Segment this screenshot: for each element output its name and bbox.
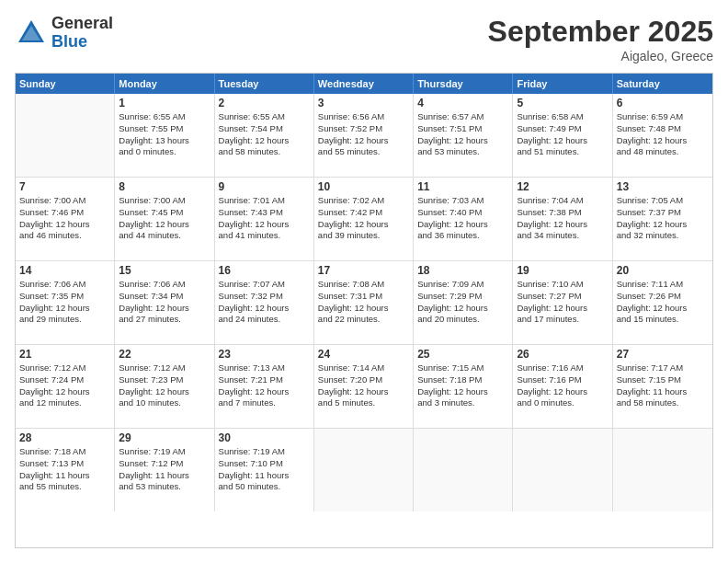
day-info: Sunrise: 7:05 AM Sunset: 7:37 PM Dayligh… [617,195,709,242]
calendar-cell: 28Sunrise: 7:18 AM Sunset: 7:13 PM Dayli… [16,429,115,511]
day-number: 20 [617,264,709,277]
logo-icon [15,17,48,50]
logo-blue: Blue [51,33,113,52]
calendar-week-3: 14Sunrise: 7:06 AM Sunset: 7:35 PM Dayli… [16,261,712,345]
day-number: 19 [517,264,608,277]
day-number: 11 [417,180,508,193]
day-number: 23 [219,348,310,361]
day-number: 16 [219,264,310,277]
day-number: 5 [517,97,608,109]
day-number: 18 [417,264,508,277]
day-number: 8 [119,180,210,193]
day-number: 3 [318,97,409,109]
calendar-cell: 14Sunrise: 7:06 AM Sunset: 7:35 PM Dayli… [16,261,115,344]
calendar-cell: 7Sunrise: 7:00 AM Sunset: 7:46 PM Daylig… [16,178,115,260]
day-info: Sunrise: 7:06 AM Sunset: 7:35 PM Dayligh… [19,279,110,326]
day-number: 22 [119,348,210,361]
day-info: Sunrise: 7:04 AM Sunset: 7:38 PM Dayligh… [517,195,608,242]
calendar-week-2: 7Sunrise: 7:00 AM Sunset: 7:46 PM Daylig… [16,178,712,261]
logo: General Blue [15,15,113,52]
day-number: 1 [119,97,210,109]
day-info: Sunrise: 7:13 AM Sunset: 7:21 PM Dayligh… [219,362,310,409]
page: General Blue September 2025 Aigaleo, Gre… [0,0,728,563]
day-info: Sunrise: 7:00 AM Sunset: 7:45 PM Dayligh… [119,195,210,242]
day-info: Sunrise: 6:55 AM Sunset: 7:54 PM Dayligh… [219,111,310,158]
day-info: Sunrise: 7:19 AM Sunset: 7:12 PM Dayligh… [119,446,210,493]
calendar-cell [314,429,414,511]
calendar-cell [16,94,115,177]
calendar-week-4: 21Sunrise: 7:12 AM Sunset: 7:24 PM Dayli… [16,345,712,429]
calendar-cell: 20Sunrise: 7:11 AM Sunset: 7:26 PM Dayli… [613,261,712,344]
calendar-body: 1Sunrise: 6:55 AM Sunset: 7:55 PM Daylig… [16,94,712,511]
calendar-cell: 12Sunrise: 7:04 AM Sunset: 7:38 PM Dayli… [513,178,612,260]
day-info: Sunrise: 6:58 AM Sunset: 7:49 PM Dayligh… [517,111,608,158]
day-info: Sunrise: 7:00 AM Sunset: 7:46 PM Dayligh… [19,195,110,242]
location: Aigaleo, Greece [488,49,713,63]
calendar-cell: 5Sunrise: 6:58 AM Sunset: 7:49 PM Daylig… [513,94,612,177]
day-info: Sunrise: 7:07 AM Sunset: 7:32 PM Dayligh… [219,279,310,326]
day-number: 21 [19,348,110,361]
calendar-cell [613,429,712,511]
day-info: Sunrise: 7:06 AM Sunset: 7:34 PM Dayligh… [119,279,210,326]
day-number: 12 [517,180,608,193]
header-day-sunday: Sunday [16,74,115,94]
day-info: Sunrise: 6:59 AM Sunset: 7:48 PM Dayligh… [617,111,709,158]
day-info: Sunrise: 7:09 AM Sunset: 7:29 PM Dayligh… [417,279,508,326]
calendar-header: SundayMondayTuesdayWednesdayThursdayFrid… [16,74,712,94]
header-day-friday: Friday [513,74,612,94]
day-number: 26 [517,348,608,361]
day-info: Sunrise: 7:19 AM Sunset: 7:10 PM Dayligh… [219,446,310,493]
calendar-cell: 21Sunrise: 7:12 AM Sunset: 7:24 PM Dayli… [16,345,115,428]
day-info: Sunrise: 7:12 AM Sunset: 7:23 PM Dayligh… [119,362,210,409]
day-info: Sunrise: 7:03 AM Sunset: 7:40 PM Dayligh… [417,195,508,242]
calendar-cell: 13Sunrise: 7:05 AM Sunset: 7:37 PM Dayli… [613,178,712,260]
day-number: 17 [318,264,409,277]
day-info: Sunrise: 6:57 AM Sunset: 7:51 PM Dayligh… [417,111,508,158]
month-title: September 2025 [488,15,713,49]
header-day-thursday: Thursday [414,74,513,94]
calendar-cell: 9Sunrise: 7:01 AM Sunset: 7:43 PM Daylig… [215,178,314,260]
day-info: Sunrise: 7:14 AM Sunset: 7:20 PM Dayligh… [318,362,409,409]
calendar: SundayMondayTuesdayWednesdayThursdayFrid… [15,73,713,548]
calendar-cell: 1Sunrise: 6:55 AM Sunset: 7:55 PM Daylig… [115,94,214,177]
calendar-cell: 19Sunrise: 7:10 AM Sunset: 7:27 PM Dayli… [513,261,612,344]
calendar-cell: 29Sunrise: 7:19 AM Sunset: 7:12 PM Dayli… [115,429,214,511]
day-info: Sunrise: 7:11 AM Sunset: 7:26 PM Dayligh… [617,279,709,326]
calendar-cell: 27Sunrise: 7:17 AM Sunset: 7:15 PM Dayli… [613,345,712,428]
day-info: Sunrise: 7:01 AM Sunset: 7:43 PM Dayligh… [219,195,310,242]
day-number: 24 [318,348,409,361]
calendar-cell [513,429,612,511]
calendar-cell: 18Sunrise: 7:09 AM Sunset: 7:29 PM Dayli… [414,261,513,344]
calendar-cell: 8Sunrise: 7:00 AM Sunset: 7:45 PM Daylig… [115,178,214,260]
header: General Blue September 2025 Aigaleo, Gre… [15,15,713,63]
day-number: 15 [119,264,210,277]
day-info: Sunrise: 7:18 AM Sunset: 7:13 PM Dayligh… [19,446,110,493]
title-block: September 2025 Aigaleo, Greece [488,15,713,63]
calendar-cell: 16Sunrise: 7:07 AM Sunset: 7:32 PM Dayli… [215,261,314,344]
day-number: 4 [417,97,508,109]
day-number: 9 [219,180,310,193]
calendar-cell [414,429,513,511]
calendar-cell: 17Sunrise: 7:08 AM Sunset: 7:31 PM Dayli… [314,261,414,344]
day-number: 13 [617,180,709,193]
day-number: 29 [119,431,210,444]
day-info: Sunrise: 7:02 AM Sunset: 7:42 PM Dayligh… [318,195,409,242]
day-info: Sunrise: 7:12 AM Sunset: 7:24 PM Dayligh… [19,362,110,409]
day-info: Sunrise: 7:16 AM Sunset: 7:16 PM Dayligh… [517,362,608,409]
day-number: 27 [617,348,709,361]
day-number: 6 [617,97,709,109]
day-info: Sunrise: 7:15 AM Sunset: 7:18 PM Dayligh… [417,362,508,409]
header-day-saturday: Saturday [613,74,712,94]
day-number: 2 [219,97,310,109]
calendar-cell: 15Sunrise: 7:06 AM Sunset: 7:34 PM Dayli… [115,261,214,344]
calendar-cell: 25Sunrise: 7:15 AM Sunset: 7:18 PM Dayli… [414,345,513,428]
calendar-cell: 24Sunrise: 7:14 AM Sunset: 7:20 PM Dayli… [314,345,414,428]
calendar-week-5: 28Sunrise: 7:18 AM Sunset: 7:13 PM Dayli… [16,429,712,511]
day-number: 30 [219,431,310,444]
calendar-cell: 10Sunrise: 7:02 AM Sunset: 7:42 PM Dayli… [314,178,414,260]
day-info: Sunrise: 6:56 AM Sunset: 7:52 PM Dayligh… [318,111,409,158]
day-info: Sunrise: 7:10 AM Sunset: 7:27 PM Dayligh… [517,279,608,326]
day-number: 28 [19,431,110,444]
calendar-cell: 22Sunrise: 7:12 AM Sunset: 7:23 PM Dayli… [115,345,214,428]
day-number: 7 [19,180,110,193]
